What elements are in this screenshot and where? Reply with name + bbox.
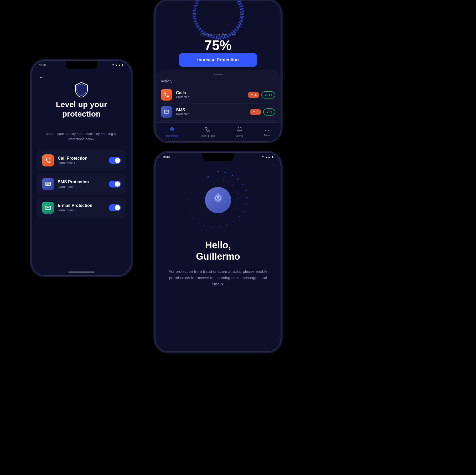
svg-point-18 bbox=[218, 171, 219, 173]
svg-point-40 bbox=[201, 181, 203, 182]
svg-point-43 bbox=[223, 179, 224, 180]
nav-report-fraud[interactable]: Report Fraud bbox=[199, 127, 215, 137]
svg-point-8 bbox=[189, 0, 247, 43]
svg-point-24 bbox=[246, 197, 248, 198]
call-protection-icon bbox=[42, 154, 54, 166]
bottom-right-phone: 9:30 ▾ ▲▲ ▮ bbox=[155, 152, 281, 352]
svg-point-26 bbox=[243, 211, 244, 212]
svg-point-56 bbox=[205, 211, 206, 212]
bottom-status-icons: ▾ ▲▲ ▮ bbox=[262, 155, 273, 159]
svg-point-46 bbox=[235, 189, 236, 190]
sms-protection-card[interactable]: SMS Protection learn more > bbox=[37, 174, 126, 194]
more-icon: ··· bbox=[265, 127, 269, 133]
svg-point-41 bbox=[208, 176, 209, 178]
svg-point-70 bbox=[217, 193, 219, 195]
email-protection-card[interactable]: E-mail Protection learn more > bbox=[37, 197, 126, 218]
svg-point-9 bbox=[189, 0, 247, 43]
nav-more-label: More bbox=[264, 134, 270, 137]
home-indicator bbox=[68, 272, 95, 273]
call-protection-text: Call Protection learn more > bbox=[58, 156, 105, 165]
svg-point-54 bbox=[215, 215, 216, 216]
calls-activity-text: Calls Protected bbox=[176, 91, 244, 99]
svg-point-22 bbox=[242, 184, 244, 185]
svg-point-59 bbox=[199, 198, 200, 199]
bot-avatar-section bbox=[156, 169, 281, 232]
svg-point-34 bbox=[192, 218, 194, 219]
bottom-nav: Monitoring Report Fraud Alerts ··· More bbox=[156, 122, 281, 141]
svg-point-60 bbox=[200, 193, 201, 194]
svg-point-6 bbox=[189, 0, 247, 43]
svg-point-42 bbox=[218, 179, 219, 180]
svg-point-67 bbox=[219, 197, 220, 199]
bot-avatar-ring bbox=[187, 169, 250, 232]
svg-point-66 bbox=[216, 197, 217, 199]
nav-monitoring[interactable]: Monitoring bbox=[166, 127, 178, 137]
sms-protection-icon bbox=[42, 178, 54, 190]
svg-point-50 bbox=[235, 208, 236, 209]
call-protection-toggle[interactable] bbox=[109, 157, 121, 164]
svg-point-58 bbox=[199, 203, 200, 204]
svg-point-38 bbox=[191, 192, 193, 193]
svg-point-28 bbox=[233, 221, 234, 222]
call-protection-card[interactable]: Call Protection learn more > bbox=[37, 150, 126, 171]
call-protection-link[interactable]: learn more > bbox=[58, 161, 105, 165]
nav-alerts[interactable]: Alerts bbox=[236, 127, 243, 137]
calls-success-count: 11 bbox=[268, 93, 272, 97]
svg-point-37 bbox=[189, 199, 190, 200]
email-protection-toggle[interactable] bbox=[109, 204, 121, 211]
svg-point-19 bbox=[225, 172, 226, 173]
svg-point-61 bbox=[202, 189, 203, 190]
svg-point-29 bbox=[226, 225, 227, 226]
calls-status: Protected bbox=[176, 95, 244, 99]
status-time: 9:30 bbox=[39, 63, 46, 67]
svg-point-63 bbox=[211, 182, 212, 183]
svg-point-32 bbox=[204, 225, 205, 227]
svg-point-53 bbox=[221, 215, 222, 216]
svg-point-30 bbox=[219, 226, 220, 228]
svg-point-23 bbox=[245, 190, 247, 191]
nav-more[interactable]: ··· More bbox=[264, 127, 270, 137]
svg-point-44 bbox=[228, 181, 229, 182]
sms-label: SMS bbox=[176, 108, 246, 112]
gauge-ring-svg bbox=[189, 0, 247, 43]
nav-report-fraud-label: Report Fraud bbox=[199, 134, 215, 137]
bottom-wifi-icon: ▾ bbox=[262, 155, 264, 159]
hello-subtitle: For protection from fraud or scam attack… bbox=[156, 268, 281, 287]
sms-danger-count: 5 bbox=[257, 110, 258, 114]
email-protection-link[interactable]: learn more > bbox=[58, 208, 105, 212]
calls-success-badge: ✓ 11 bbox=[261, 91, 275, 98]
bottom-signal-icon: ▲▲ bbox=[265, 155, 271, 159]
bottom-phone-status-bar: 9:30 ▾ ▲▲ ▮ bbox=[156, 155, 281, 159]
sms-danger-badge: ⚠ 5 bbox=[250, 109, 261, 115]
sms-check-icon: ✓ bbox=[266, 110, 269, 114]
hello-text: Hello,Guillermo bbox=[196, 240, 240, 262]
protection-cards-list: Call Protection learn more > SMS Protect… bbox=[37, 150, 126, 218]
page-title: Level up your protection bbox=[32, 100, 131, 119]
sms-protection-toggle[interactable] bbox=[109, 181, 121, 187]
svg-rect-68 bbox=[217, 199, 219, 200]
monitoring-icon bbox=[169, 127, 175, 134]
calls-activity-item[interactable]: Calls Protected ⚠ 4 ✓ 11 bbox=[161, 86, 275, 103]
sms-status: Protected bbox=[176, 112, 246, 116]
email-protection-name: E-mail Protection bbox=[58, 203, 105, 208]
calls-activity-icon bbox=[161, 89, 172, 101]
back-button[interactable]: ← bbox=[39, 74, 44, 80]
svg-point-27 bbox=[239, 216, 240, 218]
check-icon: ✓ bbox=[265, 93, 267, 97]
svg-point-57 bbox=[202, 207, 203, 208]
bottom-status-time: 9:30 bbox=[163, 155, 170, 159]
left-phone: 9:30 ▾ ▲▲ ▮ ← Level up your protection S… bbox=[32, 60, 131, 276]
svg-point-49 bbox=[237, 203, 239, 204]
hello-title: Hello,Guillermo bbox=[156, 239, 281, 262]
calls-label: Calls bbox=[176, 91, 244, 95]
sms-protection-link[interactable]: learn more > bbox=[58, 185, 105, 189]
alerts-icon bbox=[237, 127, 242, 134]
sms-activity-item[interactable]: SMS Protected ⚠ 5 ✓ 1 bbox=[161, 103, 275, 121]
nav-alerts-label: Alerts bbox=[236, 134, 243, 137]
svg-point-39 bbox=[195, 186, 197, 187]
svg-point-62 bbox=[206, 185, 207, 186]
svg-point-35 bbox=[189, 212, 190, 213]
status-icons: ▾ ▲▲ ▮ bbox=[112, 63, 123, 67]
svg-point-25 bbox=[246, 204, 247, 205]
increase-protection-button[interactable]: Increase Protection bbox=[179, 53, 257, 67]
